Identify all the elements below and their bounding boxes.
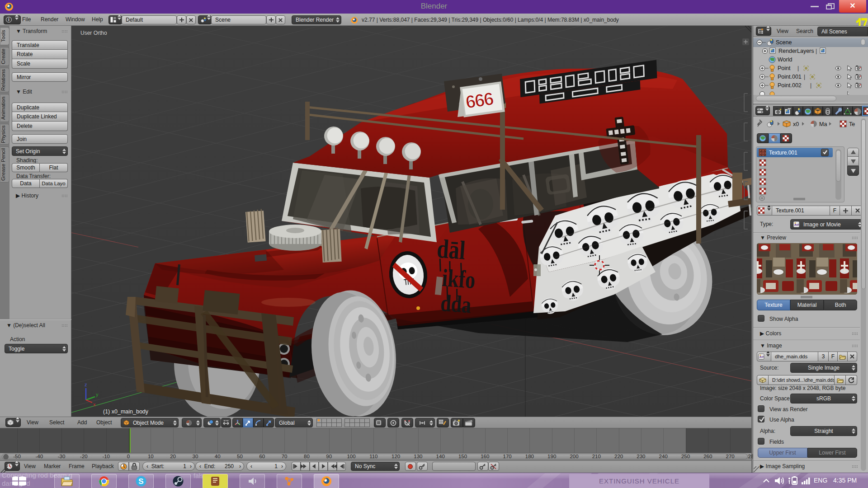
svg-text:y: y: [96, 392, 99, 397]
svg-text:RenderLayers: RenderLayers: [778, 48, 814, 54]
svg-text:S: S: [138, 477, 143, 486]
svg-text:|: |: [804, 74, 805, 80]
svg-text:(1) x0_main_body: (1) x0_main_body: [103, 408, 149, 415]
svg-text:666: 666: [464, 89, 495, 112]
svg-text:Ma: Ma: [819, 121, 827, 127]
svg-text:User Ortho: User Ortho: [80, 30, 107, 36]
svg-text:|: |: [816, 48, 817, 54]
svg-text:Point: Point: [778, 65, 791, 71]
svg-text:dda: dda: [439, 290, 472, 318]
svg-text:x: x: [93, 402, 96, 407]
svg-text:Scene: Scene: [776, 39, 792, 46]
svg-text:|: |: [810, 82, 811, 89]
svg-text:z: z: [85, 382, 87, 387]
svg-text:Point.002: Point.002: [778, 82, 802, 89]
svg-text:x0: x0: [793, 121, 799, 127]
svg-text:|: |: [797, 65, 799, 71]
svg-text:World: World: [778, 56, 792, 63]
svg-text:Point.001: Point.001: [778, 74, 802, 80]
svg-text:Te: Te: [849, 121, 855, 127]
